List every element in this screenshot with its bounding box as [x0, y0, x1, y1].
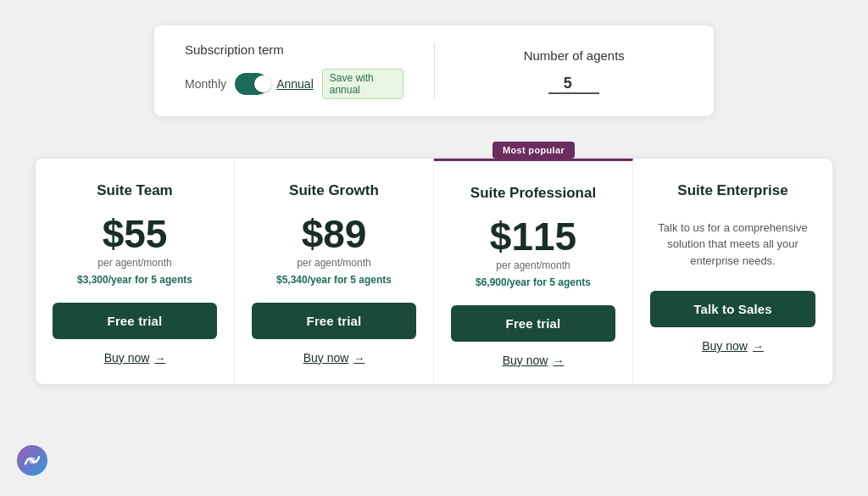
billing-toggle-row: Monthly Annual Save with annual — [185, 69, 403, 99]
plan-yearly-suite-team: $3,300/year for 5 agents — [77, 274, 192, 286]
free-trial-button-suite-team[interactable]: Free trial — [53, 303, 217, 339]
badge-spacer-mid — [235, 142, 434, 159]
plan-suite-professional: Suite Professional $115 per agent/month … — [434, 159, 633, 384]
subscription-title: Subscription term — [185, 42, 403, 57]
svg-point-1 — [29, 457, 36, 464]
plan-period-suite-team: per agent/month — [97, 257, 171, 269]
plan-price-suite-team: $55 — [103, 215, 168, 254]
agents-title: Number of agents — [524, 48, 625, 63]
arrow-icon-suite-team: → — [154, 352, 165, 365]
plan-suite-team: Suite Team $55 per agent/month $3,300/ye… — [36, 159, 235, 384]
arrow-icon-suite-professional: → — [553, 354, 564, 367]
plan-name-suite-professional: Suite Professional — [470, 185, 596, 202]
plans-container: Most popular Suite Team $55 per agent/mo… — [36, 142, 832, 384]
plan-period-suite-professional: per agent/month — [496, 259, 570, 271]
plan-name-suite-enterprise: Suite Enterprise — [677, 182, 787, 199]
free-trial-button-suite-growth[interactable]: Free trial — [252, 303, 416, 339]
app-logo — [17, 445, 47, 476]
buy-now-button-suite-team[interactable]: Buy now → — [104, 351, 166, 365]
talk-to-sales-button[interactable]: Talk to Sales — [650, 291, 815, 327]
monthly-label: Monthly — [185, 77, 226, 91]
logo-area — [17, 445, 47, 479]
agents-input[interactable] — [548, 75, 599, 94]
subscription-term-section: Subscription term Monthly Annual Save wi… — [185, 42, 435, 99]
plan-suite-growth: Suite Growth $89 per agent/month $5,340/… — [235, 159, 434, 384]
plan-suite-enterprise: Suite Enterprise Talk to us for a compre… — [633, 159, 832, 384]
plan-period-suite-growth: per agent/month — [297, 257, 370, 269]
buy-now-button-suite-professional[interactable]: Buy now → — [503, 354, 565, 367]
arrow-icon-suite-enterprise: → — [753, 340, 764, 353]
plan-price-suite-professional: $115 — [490, 217, 576, 256]
badge-spacer-left — [36, 142, 235, 159]
agents-section: Number of agents — [435, 48, 684, 94]
badge-spacer-right — [633, 142, 832, 159]
subscription-card: Subscription term Monthly Annual Save wi… — [154, 25, 714, 116]
buy-now-button-suite-enterprise[interactable]: Buy now → — [702, 339, 764, 353]
plan-name-suite-growth: Suite Growth — [289, 182, 379, 199]
most-popular-badge: Most popular — [492, 142, 575, 159]
buy-now-button-suite-growth[interactable]: Buy now → — [303, 351, 365, 365]
free-trial-button-suite-professional[interactable]: Free trial — [451, 305, 615, 342]
save-badge: Save with annual — [322, 69, 403, 99]
toggle-thumb — [254, 75, 271, 92]
arrow-icon-suite-growth: → — [353, 352, 364, 365]
badge-row: Most popular — [36, 142, 832, 159]
badge-center: Most popular — [434, 142, 633, 159]
plan-price-suite-growth: $89 — [302, 215, 367, 254]
plan-name-suite-team: Suite Team — [97, 182, 172, 199]
annual-label: Annual — [276, 77, 314, 91]
plan-yearly-suite-professional: $6,900/year for 5 agents — [476, 276, 591, 288]
plans-grid: Suite Team $55 per agent/month $3,300/ye… — [36, 159, 832, 384]
enterprise-description: Talk to us for a comprehensive solution … — [650, 215, 815, 274]
plan-yearly-suite-growth: $5,340/year for 5 agents — [276, 274, 392, 286]
billing-toggle[interactable] — [235, 73, 268, 95]
